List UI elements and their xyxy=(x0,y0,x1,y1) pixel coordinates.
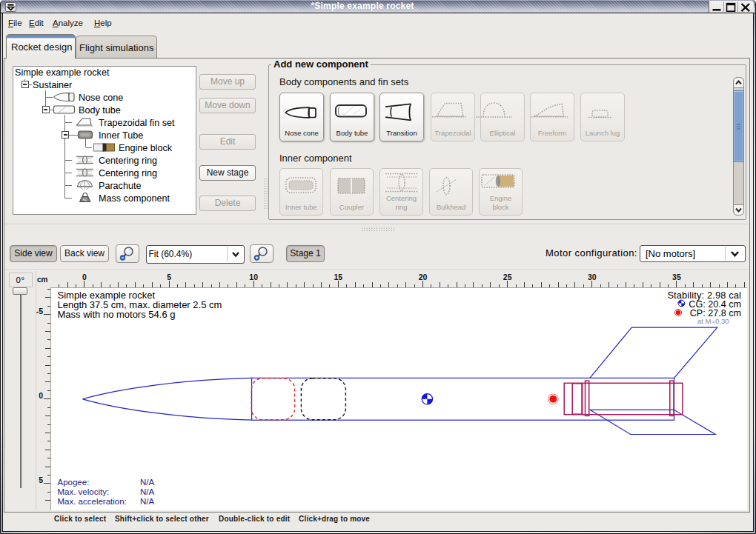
svg-text:Nose cone: Nose cone xyxy=(79,93,123,103)
svg-text:Simple example rocket: Simple example rocket xyxy=(15,67,110,78)
svg-text:Centering ring: Centering ring xyxy=(99,156,157,166)
svg-text:Mass component: Mass component xyxy=(99,193,170,204)
svg-text:Trapezoidal fin set: Trapezoidal fin set xyxy=(99,118,175,128)
svg-text:kg: kg xyxy=(83,197,87,201)
svg-text:Body tube: Body tube xyxy=(79,105,121,116)
svg-text:Engine block: Engine block xyxy=(119,143,173,153)
svg-text:Inner Tube: Inner Tube xyxy=(99,130,143,141)
svg-text:Parachute: Parachute xyxy=(99,181,141,191)
svg-text:Centering ring: Centering ring xyxy=(99,168,157,178)
svg-text:Sustainer: Sustainer xyxy=(33,80,72,90)
